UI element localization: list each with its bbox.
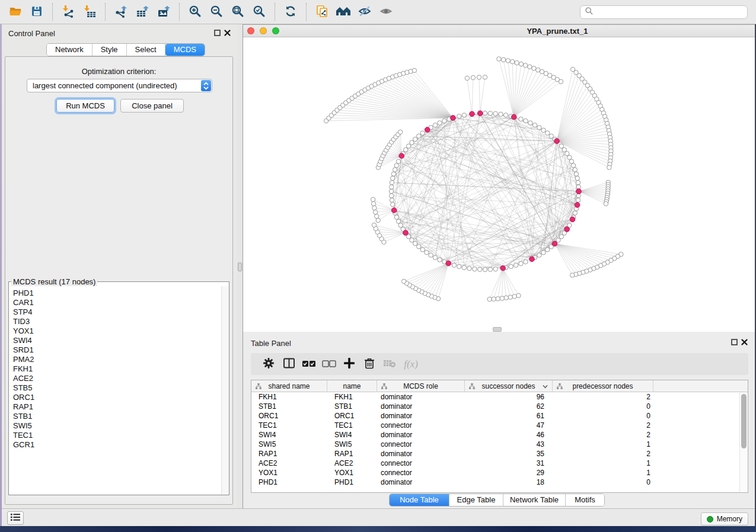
tab-node-table[interactable]: Node Table (390, 494, 449, 506)
table-cell-predecessor_nodes: 0 (553, 411, 653, 421)
zoom-selected-icon (253, 5, 266, 20)
memory-button[interactable]: Memory (701, 512, 748, 525)
table-cell-successor_nodes: 35 (465, 449, 553, 459)
table-row[interactable]: SWI5SWI5connector431 (251, 440, 739, 449)
table-cell-successor_nodes: 31 (465, 459, 553, 468)
tab-network[interactable]: Network (47, 44, 92, 56)
zoom-fit-button[interactable] (227, 2, 248, 22)
zoom-selected-button[interactable] (248, 2, 270, 22)
mcds-result-item[interactable]: ACE2 (9, 374, 221, 383)
table-scrollbar[interactable] (739, 392, 748, 492)
table-row[interactable]: TEC1TEC1connector472 (251, 421, 739, 430)
close-panel-button[interactable] (223, 29, 231, 37)
mcds-result-item[interactable]: STB5 (9, 383, 221, 393)
export-image-button[interactable] (153, 2, 174, 22)
column-header[interactable]: predecessor nodes (553, 380, 653, 392)
mcds-result-item[interactable]: SWI4 (9, 336, 221, 345)
open-file-button[interactable] (5, 2, 26, 22)
search-icon (585, 7, 594, 18)
task-history-button[interactable] (7, 511, 24, 525)
column-header[interactable]: successor nodes (465, 380, 553, 392)
horizontal-splitter-handle[interactable] (493, 327, 502, 332)
close-traffic-light[interactable] (247, 27, 254, 34)
tab-edge-table[interactable]: Edge Table (449, 494, 503, 506)
table-row[interactable]: PHD1PHD1dominator180 (251, 477, 739, 487)
table-row[interactable]: SWI4SWI4dominator462 (251, 430, 739, 440)
save-button[interactable] (26, 2, 47, 22)
float-table-panel-button[interactable] (730, 338, 738, 347)
run-mcds-button[interactable]: Run MCDS (56, 99, 114, 113)
column-header[interactable]: name (327, 380, 377, 392)
mcds-result-item[interactable]: YOX1 (9, 326, 221, 336)
export-network-button[interactable] (110, 2, 132, 22)
maximize-traffic-light[interactable] (272, 27, 279, 34)
function-builder-button[interactable]: f(x) (400, 355, 420, 373)
close-panel-button-mcds[interactable]: Close panel (120, 99, 184, 113)
memory-status-icon (707, 516, 713, 523)
select-all-button[interactable] (299, 355, 319, 373)
mcds-result-item[interactable]: RAP1 (9, 402, 221, 412)
mcds-result-item[interactable]: STB1 (9, 412, 221, 421)
zoom-out-button[interactable] (206, 2, 227, 22)
minimize-traffic-light[interactable] (260, 27, 267, 34)
table-cell-name: ORC1 (327, 411, 377, 421)
hide-selected-button[interactable] (354, 2, 375, 22)
close-table-panel-button[interactable] (740, 338, 748, 347)
table-row[interactable]: YOX1YOX1connector291 (251, 468, 739, 477)
table-cell-successor_nodes: 29 (465, 468, 553, 477)
mcds-result-scrollbar[interactable] (221, 286, 229, 495)
mcds-result-item[interactable]: TEC1 (9, 431, 221, 440)
delete-row-button[interactable] (359, 355, 379, 373)
delete-table-button[interactable] (379, 355, 400, 373)
mcds-result-item[interactable]: CAR1 (9, 298, 221, 307)
mcds-result-item[interactable]: STP4 (9, 307, 221, 317)
table-cell-mcds_role: dominator (377, 402, 465, 411)
tab-network-table[interactable]: Network Table (503, 494, 566, 506)
add-row-button[interactable] (339, 355, 359, 373)
toolbar-separator (52, 3, 53, 21)
import-network-icon (62, 5, 75, 20)
mcds-result-item[interactable]: SRD1 (9, 345, 221, 355)
vertical-splitter[interactable] (237, 24, 243, 508)
search-input[interactable] (594, 8, 747, 17)
tab-mcds[interactable]: MCDS (165, 44, 205, 56)
mcds-result-item[interactable]: GCR1 (9, 440, 221, 450)
table-row[interactable]: ACE2ACE2connector311 (251, 459, 739, 468)
export-table-button[interactable] (132, 2, 153, 22)
table-scrollbar-thumb[interactable] (741, 394, 747, 448)
table-row[interactable]: ORC1ORC1dominator610 (251, 411, 739, 421)
deselect-all-button[interactable] (319, 355, 339, 373)
show-columns-button[interactable] (279, 355, 299, 373)
table-row[interactable]: STB1STB1dominator620 (251, 402, 739, 411)
table-row[interactable]: FKH1FKH1dominator962 (251, 392, 739, 402)
tab-motifs[interactable]: Motifs (566, 494, 604, 506)
mcds-result-item[interactable]: SWI5 (9, 421, 221, 431)
table-cell-predecessor_nodes: 0 (553, 402, 653, 411)
mcds-result-item[interactable]: TID3 (9, 317, 221, 326)
vertical-splitter-handle[interactable] (238, 262, 242, 271)
copy-network-button[interactable] (311, 2, 333, 22)
column-header[interactable]: MCDS role (377, 380, 465, 392)
first-neighbors-button[interactable] (333, 2, 354, 22)
import-table-button[interactable] (79, 2, 100, 22)
column-header[interactable]: shared name (251, 380, 327, 392)
float-panel-button[interactable] (213, 29, 221, 37)
tab-select[interactable]: Select (127, 44, 165, 56)
table-cell-predecessor_nodes: 1 (553, 468, 653, 477)
mcds-result-item[interactable]: FKH1 (9, 364, 221, 374)
mcds-result-item[interactable]: PHD1 (9, 289, 221, 298)
show-all-button[interactable] (375, 2, 397, 22)
network-canvas[interactable] (243, 37, 755, 332)
table-settings-button[interactable] (259, 355, 279, 373)
import-network-button[interactable] (58, 2, 79, 22)
tab-style[interactable]: Style (92, 44, 127, 56)
table-row[interactable]: RAP1RAP1dominator352 (251, 449, 739, 459)
eye-icon (379, 5, 393, 19)
zoom-in-button[interactable] (184, 2, 206, 22)
import-table-icon (83, 5, 96, 20)
refresh-button[interactable] (280, 2, 301, 22)
memory-button-label: Memory (717, 515, 742, 523)
criterion-select[interactable]: largest connected component (undirected) (27, 79, 212, 92)
mcds-result-item[interactable]: PMA2 (9, 355, 221, 364)
mcds-result-item[interactable]: ORC1 (9, 393, 221, 402)
